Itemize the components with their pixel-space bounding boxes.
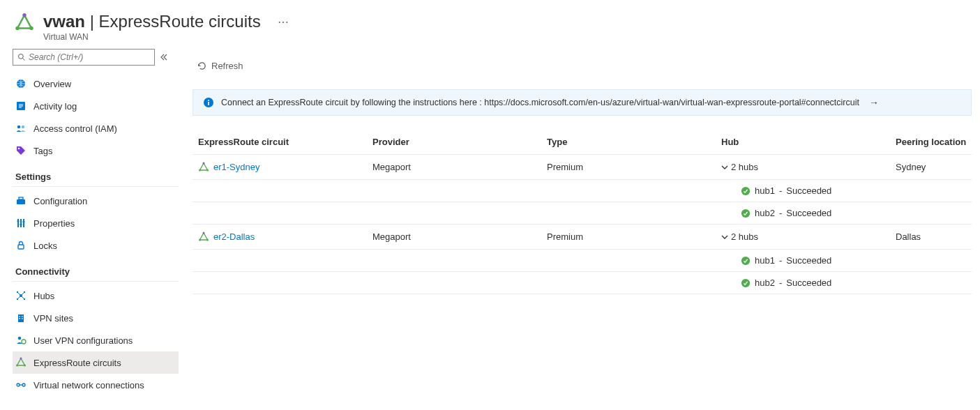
svg-point-1 (29, 26, 33, 31)
sidebar-item-label: Properties (33, 218, 75, 229)
col-header-provider[interactable]: Provider (372, 137, 547, 147)
search-input[interactable] (29, 52, 150, 62)
building-icon (15, 312, 27, 324)
globe-icon (15, 78, 27, 89)
log-icon (15, 100, 27, 112)
success-icon (741, 186, 751, 196)
hub-name: hub2 (755, 208, 775, 218)
sidebar-item-user-vpn[interactable]: User VPN configurations (13, 329, 179, 351)
sidebar-item-hubs[interactable]: Hubs (13, 284, 179, 307)
success-icon (741, 256, 751, 266)
sidebar-item-iam[interactable]: Access control (IAM) (13, 117, 179, 139)
sidebar-search[interactable] (13, 49, 155, 66)
refresh-label: Refresh (211, 61, 243, 71)
col-header-peering[interactable]: Peering location (896, 137, 972, 147)
sidebar-item-label: Configuration (33, 196, 87, 206)
sidebar-item-tags[interactable]: Tags (13, 139, 179, 162)
circuit-link[interactable]: er2-Dallas (213, 231, 255, 242)
svg-line-29 (17, 296, 21, 299)
svg-point-18 (17, 220, 19, 222)
svg-point-37 (22, 340, 26, 344)
svg-line-4 (23, 59, 25, 61)
refresh-icon (197, 61, 207, 71)
arrow-right-icon: → (869, 97, 879, 108)
sidebar-item-configuration[interactable]: Configuration (13, 190, 179, 212)
svg-rect-32 (20, 316, 21, 317)
col-header-circuit[interactable]: ExpressRoute circuit (198, 137, 372, 147)
svg-point-42 (22, 384, 25, 386)
col-header-hub[interactable]: Hub (721, 137, 896, 147)
svg-point-49 (199, 169, 201, 171)
svg-point-2 (15, 26, 20, 31)
table-row: er1-Sydney Megaport Premium 2 hubs Sydne… (193, 155, 972, 180)
sidebar-item-overview[interactable]: Overview (13, 73, 179, 95)
hub-subrow: hub1 - Succeeded (193, 180, 972, 202)
chevron-down-icon (721, 234, 728, 241)
svg-point-40 (16, 365, 18, 367)
svg-point-10 (17, 126, 20, 128)
collapse-sidebar-button[interactable] (160, 54, 167, 61)
sidebar-item-properties[interactable]: Properties (13, 212, 179, 234)
sidebar-item-vnet-conn[interactable]: Virtual network connections (13, 374, 179, 396)
svg-point-36 (18, 337, 21, 340)
sidebar-nav[interactable]: Overview Activity log Access control (IA… (13, 73, 180, 410)
circuits-table: ExpressRoute circuit Provider Type Hub P… (193, 130, 972, 294)
sidebar-item-label: User VPN configurations (33, 335, 133, 346)
info-banner[interactable]: Connect an ExpressRoute circuit by follo… (193, 89, 972, 116)
refresh-button[interactable]: Refresh (193, 58, 248, 74)
cell-peering: Dallas (896, 231, 972, 242)
svg-rect-33 (22, 316, 23, 317)
hub-name: hub1 (755, 185, 775, 196)
tag-icon (15, 145, 27, 156)
sidebar-item-label: Tags (33, 146, 52, 156)
chevron-down-icon (721, 164, 728, 171)
svg-rect-34 (20, 318, 21, 319)
expressroute-resource-icon (14, 13, 35, 33)
page-title: vwan | ExpressRoute circuits (43, 13, 261, 31)
success-icon (741, 208, 751, 218)
svg-point-3 (19, 54, 24, 59)
sidebar-item-locks[interactable]: Locks (13, 234, 179, 257)
people-icon (15, 123, 27, 134)
expressroute-icon (15, 357, 27, 368)
cell-peering: Sydney (896, 162, 972, 172)
svg-point-11 (22, 126, 24, 128)
sidebar-section-settings: Settings (13, 162, 179, 187)
user-vpn-icon (15, 335, 27, 346)
svg-point-20 (22, 221, 24, 223)
col-header-type[interactable]: Type (547, 137, 721, 147)
hub-subrow: hub2 - Succeeded (193, 272, 972, 294)
sidebar-item-label: ExpressRoute circuits (33, 358, 121, 368)
toolbar: Refresh (193, 54, 972, 77)
expressroute-icon (198, 231, 209, 243)
success-icon (741, 278, 751, 288)
sidebar-item-label: Hubs (33, 291, 54, 301)
sliders-icon (15, 218, 27, 229)
svg-rect-13 (17, 199, 25, 204)
svg-point-0 (22, 13, 27, 17)
hub-name: hub2 (755, 278, 775, 288)
hub-expand-toggle[interactable]: 2 hubs (721, 231, 896, 242)
sidebar-item-label: Activity log (33, 101, 77, 112)
lock-icon (15, 240, 27, 251)
sidebar-item-activity-log[interactable]: Activity log (13, 95, 179, 117)
main-content: Refresh Connect an ExpressRoute circuit … (180, 49, 980, 410)
svg-point-39 (24, 365, 26, 367)
svg-point-19 (20, 224, 22, 226)
sidebar-item-label: Virtual network connections (33, 380, 144, 390)
sidebar-item-label: Overview (33, 79, 71, 89)
page-header: vwan | ExpressRoute circuits Virtual WAN… (0, 0, 980, 49)
table-row: er2-Dallas Megaport Premium 2 hubs Dalla… (193, 225, 972, 250)
svg-point-48 (206, 169, 209, 171)
svg-rect-14 (19, 197, 23, 199)
sidebar-item-label: VPN sites (33, 313, 73, 324)
sidebar-item-er-circuits[interactable]: ExpressRoute circuits (13, 351, 179, 374)
info-icon (203, 97, 214, 108)
sidebar-item-vpn-sites[interactable]: VPN sites (13, 307, 179, 329)
circuit-link[interactable]: er1-Sydney (213, 162, 259, 172)
hub-expand-toggle[interactable]: 2 hubs (721, 162, 896, 172)
network-icon (15, 379, 27, 390)
more-actions-button[interactable]: ⋯ (275, 13, 292, 31)
toolbox-icon (15, 195, 27, 206)
svg-point-38 (20, 358, 22, 360)
